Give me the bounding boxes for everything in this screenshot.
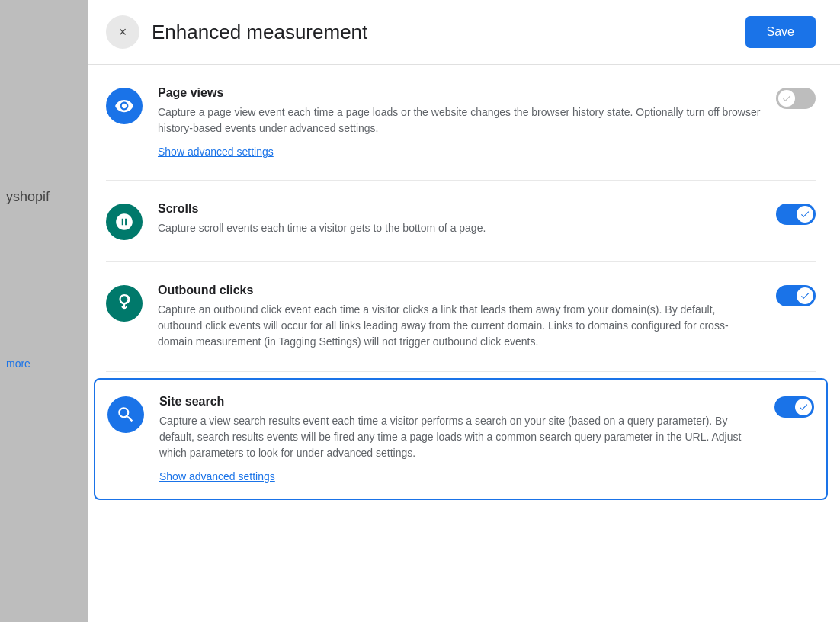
search-icon <box>116 405 136 425</box>
site-search-section: Site search Capture a view search result… <box>94 378 828 500</box>
page-views-toggle[interactable] <box>776 88 816 109</box>
brand-name-text: yshopif <box>6 189 50 204</box>
page-views-icon-circle <box>106 88 143 124</box>
cursor-icon <box>114 293 134 313</box>
page-views-check-icon <box>781 93 792 104</box>
eye-icon <box>114 96 134 116</box>
outbound-clicks-icon-circle <box>106 285 143 322</box>
scrolls-section: Scrolls Capture scroll events each time … <box>106 181 816 262</box>
outbound-clicks-section: Outbound clicks Capture an outbound clic… <box>106 262 816 372</box>
modal-header-left: × Enhanced measurement <box>106 15 367 49</box>
site-search-icon-circle <box>107 396 144 433</box>
page-views-toggle-container[interactable] <box>776 88 816 109</box>
page-views-body: Page views Capture a page view event eac… <box>158 86 761 159</box>
site-search-toggle-container[interactable] <box>774 396 814 418</box>
scroll-icon <box>114 212 134 232</box>
site-search-body: Site search Capture a view search result… <box>159 395 759 483</box>
outbound-clicks-title: Outbound clicks <box>158 284 761 297</box>
page-views-section: Page views Capture a page view event eac… <box>106 65 816 181</box>
site-search-show-advanced-link[interactable]: Show advanced settings <box>159 470 275 483</box>
site-search-toggle-thumb <box>795 399 812 415</box>
page-views-toggle-thumb <box>778 90 795 107</box>
scrolls-description: Capture scroll events each time a visito… <box>158 220 761 236</box>
scrolls-body: Scrolls Capture scroll events each time … <box>158 202 761 236</box>
outbound-clicks-toggle-container[interactable] <box>776 285 816 306</box>
site-search-toggle[interactable] <box>774 396 814 418</box>
close-button[interactable]: × <box>106 15 139 49</box>
page-views-description: Capture a page view event each time a pa… <box>158 104 761 136</box>
scrolls-toggle[interactable] <box>776 204 816 225</box>
scrolls-title: Scrolls <box>158 202 761 216</box>
outbound-clicks-toggle-thumb <box>797 287 813 304</box>
scrolls-icon-circle <box>106 204 143 240</box>
page-views-title: Page views <box>158 86 761 100</box>
page-views-show-advanced-link[interactable]: Show advanced settings <box>158 146 274 158</box>
modal-header: × Enhanced measurement Save <box>88 0 840 65</box>
site-search-check-icon <box>798 402 809 412</box>
more-link[interactable]: more <box>6 357 82 370</box>
outbound-clicks-check-icon <box>800 290 810 301</box>
site-search-description: Capture a view search results event each… <box>159 413 759 461</box>
close-icon: × <box>119 24 127 40</box>
scrolls-check-icon <box>800 209 810 220</box>
save-button[interactable]: Save <box>745 16 816 48</box>
outbound-clicks-toggle[interactable] <box>776 285 816 306</box>
background-text-area: yshopif more <box>0 183 88 376</box>
modal-content: Page views Capture a page view event eac… <box>88 65 840 531</box>
scrolls-toggle-thumb <box>797 206 813 223</box>
enhanced-measurement-panel: × Enhanced measurement Save Page views C… <box>88 0 840 622</box>
outbound-clicks-body: Outbound clicks Capture an outbound clic… <box>158 284 761 350</box>
outbound-clicks-description: Capture an outbound click event each tim… <box>158 302 761 350</box>
scrolls-toggle-container[interactable] <box>776 204 816 225</box>
site-search-title: Site search <box>159 395 759 409</box>
modal-title: Enhanced measurement <box>152 21 367 44</box>
